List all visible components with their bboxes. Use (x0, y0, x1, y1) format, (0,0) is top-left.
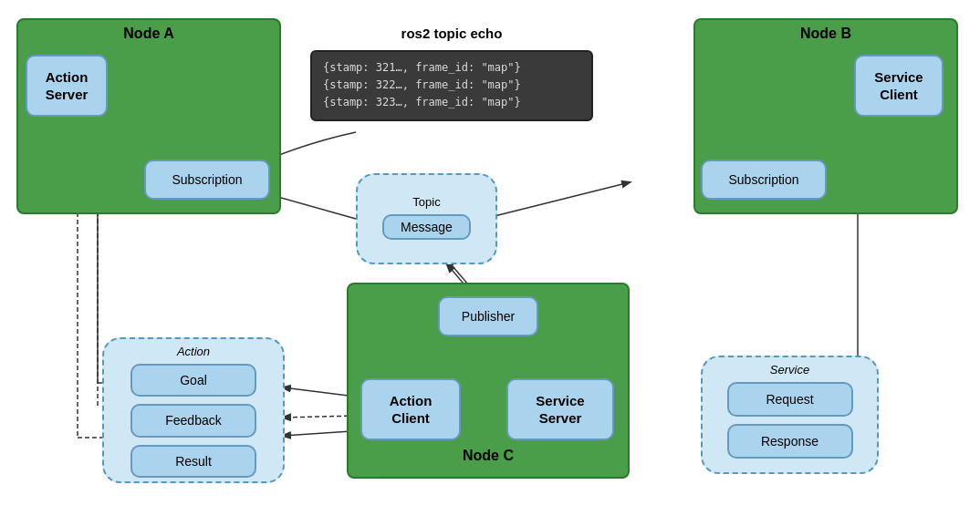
service-bubble: Service Request Response (701, 356, 879, 474)
topic-bubble: Topic Message (356, 173, 497, 264)
publisher: Publisher (438, 296, 538, 336)
terminal-line-2: {stamp: 322…, frame_id: "map"} (323, 77, 580, 94)
action-bubble-label: Action (168, 339, 219, 360)
terminal-line-1: {stamp: 321…, frame_id: "map"} (323, 59, 580, 77)
node-c-label: Node C (454, 444, 523, 470)
terminal-box: {stamp: 321…, frame_id: "map"} {stamp: 3… (310, 50, 593, 121)
action-client: Action Client (360, 378, 461, 440)
svg-line-1 (484, 182, 630, 219)
subscription-b: Subscription (701, 160, 827, 200)
service-bubble-label: Service (761, 357, 818, 378)
goal-box: Goal (130, 364, 256, 397)
topic-label: Topic (405, 191, 447, 211)
node-a-label: Node A (114, 20, 182, 47)
subscription-a: Subscription (144, 160, 270, 200)
action-server: Action Server (26, 55, 108, 117)
diagram-container: Node A Action Server Subscription Node B… (0, 0, 980, 516)
response-box: Response (727, 424, 853, 459)
request-box: Request (727, 382, 853, 417)
node-b-label: Node B (791, 20, 860, 47)
service-client: Service Client (854, 55, 944, 117)
terminal-title: ros2 topic echo (347, 26, 557, 41)
feedback-box: Feedback (130, 404, 256, 437)
message-box: Message (382, 214, 471, 240)
result-box: Result (130, 445, 256, 478)
service-server: Service Server (506, 378, 614, 440)
action-bubble: Action Goal Feedback Result (102, 337, 285, 483)
terminal-line-3: {stamp: 323…, frame_id: "map"} (323, 94, 580, 111)
